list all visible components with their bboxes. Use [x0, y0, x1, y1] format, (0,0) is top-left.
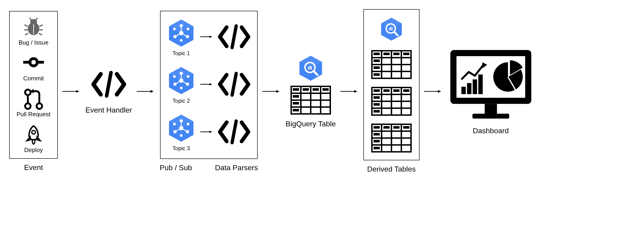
pubsub-row: Topic 1 [166, 18, 252, 56]
bigquery-stage: BigQuery Table [286, 54, 336, 128]
bigquery-hex-icon [379, 16, 404, 43]
topic-label: Topic 1 [172, 50, 190, 56]
event-pull-request: Pull Request [16, 88, 50, 118]
bigquery-label: BigQuery Table [286, 120, 336, 128]
arrow-icon [200, 82, 214, 87]
topic-label: Topic 3 [172, 145, 190, 152]
event-label: Bug / Issue [19, 39, 48, 46]
bug-icon [23, 16, 44, 37]
derived-tables-box [364, 9, 420, 160]
event-label: Pull Request [16, 111, 50, 118]
pubsub-hex-icon [166, 18, 196, 49]
derived-tables-label: Derived Tables [367, 165, 416, 173]
code-icon [217, 69, 252, 100]
event-handler-label: Event Handler [85, 106, 132, 114]
pubsub-label: Pub / Sub [160, 164, 192, 172]
event-label: Commit [23, 75, 44, 82]
arrow-icon [200, 130, 214, 135]
pubsub-row: Topic 3 [166, 113, 252, 152]
pubsub-box: Topic 1 Topic 2 Topic 3 [160, 11, 258, 159]
code-icon [217, 22, 252, 53]
rocket-icon [23, 124, 44, 144]
code-icon [217, 117, 252, 148]
bigquery-hex-icon [297, 54, 324, 83]
architecture-diagram: Bug / Issue Commit Pull Request Deploy E… [9, 9, 635, 173]
commit-icon [23, 52, 44, 73]
pull-request-icon [23, 88, 44, 108]
pubsub-stage: Topic 1 Topic 2 Topic 3 [160, 11, 258, 172]
derived-tables-stage: Derived Tables [364, 9, 420, 173]
table-icon [371, 86, 412, 116]
topic-label: Topic 2 [172, 98, 190, 104]
event-commit: Commit [23, 52, 44, 82]
pubsub-hex-icon [166, 66, 196, 96]
code-icon [90, 68, 127, 101]
arrow-icon [422, 88, 445, 95]
event-stage-label: Event [24, 163, 43, 172]
dashboard-stage: Dashboard [447, 47, 534, 135]
pubsub-row: Topic 2 [166, 66, 252, 104]
arrow-icon [260, 88, 283, 95]
arrow-icon [134, 88, 157, 95]
event-box: Bug / Issue Commit Pull Request Deploy [9, 11, 58, 159]
event-bug-issue: Bug / Issue [19, 16, 48, 46]
table-icon [371, 123, 412, 153]
arrow-icon [338, 88, 361, 95]
event-label: Deploy [24, 147, 43, 154]
pubsub-hex-icon [166, 113, 196, 144]
table-icon [371, 50, 412, 79]
data-parsers-label: Data Parsers [215, 164, 258, 172]
arrow-icon [200, 34, 214, 40]
table-icon [290, 85, 332, 115]
event-handler-stage: Event Handler [85, 68, 132, 114]
event-deploy: Deploy [23, 124, 44, 154]
dashboard-monitor-icon [447, 47, 534, 122]
dashboard-label: Dashboard [473, 127, 509, 135]
arrow-icon [60, 88, 83, 95]
event-stage: Bug / Issue Commit Pull Request Deploy E… [9, 11, 58, 172]
